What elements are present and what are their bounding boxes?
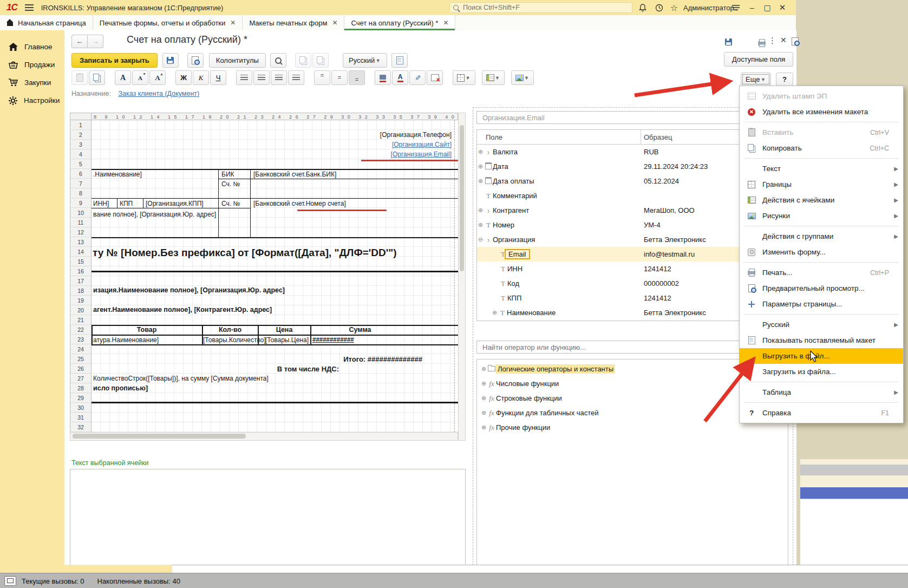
menu-item-russian[interactable]: Русский ▶ xyxy=(740,317,903,332)
sidebar-item-settings[interactable]: Настройки xyxy=(0,92,64,109)
menu-item-export-to-file[interactable]: Выгрузить в файл... xyxy=(740,348,903,364)
collapse-minus-icon[interactable]: ⊖ xyxy=(477,236,484,243)
row-header[interactable]: 11 xyxy=(70,218,91,227)
row-header[interactable]: 1 xyxy=(70,120,91,130)
row-header[interactable]: 3 xyxy=(70,140,91,149)
bold-button[interactable]: Ж xyxy=(175,70,192,85)
menu-item-paste[interactable]: Вставить Ctrl+V xyxy=(740,125,903,140)
sheet-body[interactable]: [Организация.Телефон] [Организация.Сайт]… xyxy=(92,120,458,432)
expand-plus-icon[interactable]: ⊕ xyxy=(491,309,498,316)
sheet-vertical-scrollbar[interactable] xyxy=(458,113,466,441)
sidebar-item-sales[interactable]: Продажи xyxy=(0,56,64,74)
save-and-close-button[interactable]: Записать и закрыть xyxy=(71,53,158,68)
align-left-button[interactable] xyxy=(236,70,252,85)
cell-col-price[interactable]: Цена xyxy=(259,326,310,334)
available-fields-button[interactable]: Доступные поля xyxy=(724,52,793,67)
row-header[interactable]: 16 xyxy=(70,266,91,276)
cell-bik-value[interactable]: [Банковский счет.Банк.БИК] xyxy=(253,171,336,178)
row-header[interactable]: 26 xyxy=(70,364,91,374)
expand-plus-icon[interactable]: ⊕ xyxy=(477,163,484,170)
more-button[interactable]: Еще▼ xyxy=(741,73,771,86)
row-header[interactable]: 28 xyxy=(70,383,91,393)
tab-home[interactable]: Начальная страница xyxy=(0,15,93,30)
menu-item-copy[interactable]: Копировать Ctrl+C xyxy=(740,140,903,156)
fill-color-button[interactable] xyxy=(375,70,391,85)
align-right-button[interactable] xyxy=(271,70,287,85)
cell-kpp-label[interactable]: КПП xyxy=(120,200,133,207)
scrollbar-thumb[interactable] xyxy=(460,125,464,271)
expand-plus-icon[interactable]: ⊕ xyxy=(477,148,484,155)
scrollbar-thumb[interactable] xyxy=(73,434,246,439)
menu-item-page-setup[interactable]: Параметры страницы... xyxy=(740,296,903,312)
save-button[interactable] xyxy=(162,53,179,68)
font-color-button[interactable]: A xyxy=(392,70,408,85)
cell-words-line[interactable]: исло прописью] xyxy=(93,384,148,392)
cell-item-sum[interactable]: ############ xyxy=(312,336,354,343)
expand-plus-icon[interactable]: ⊕ xyxy=(480,380,487,387)
service-menu-icon[interactable] xyxy=(730,2,742,14)
menu-item-delete-all-changes[interactable]: ✕ Удалить все изменения макета xyxy=(740,104,903,120)
row-header[interactable]: 17 xyxy=(70,276,91,286)
menu-item-change-form[interactable]: Изменить форму... xyxy=(740,244,903,260)
row-headers[interactable]: 1234567891011121314151617181920212223242… xyxy=(70,120,92,432)
row-header[interactable]: 2 xyxy=(70,130,91,140)
cell-phone[interactable]: [Организация.Телефон] xyxy=(380,131,452,139)
print-preview-icon[interactable] xyxy=(787,35,802,48)
main-menu-icon[interactable] xyxy=(25,7,34,8)
current-user[interactable]: Администратор xyxy=(683,4,734,12)
menu-item-show-supplied-layout[interactable]: Показывать поставляемый макет xyxy=(740,332,903,348)
expand-plus-icon[interactable]: ⊕ xyxy=(480,424,487,431)
notifications-bell-icon[interactable] xyxy=(637,2,649,14)
row-header[interactable]: 15 xyxy=(70,257,91,266)
expand-plus-icon[interactable]: ⊕ xyxy=(480,409,487,416)
menu-item-print[interactable]: Печать... Ctrl+P xyxy=(740,265,903,280)
row-header[interactable]: 32 xyxy=(70,422,91,432)
sheet-corner[interactable] xyxy=(70,113,92,120)
preview-button[interactable] xyxy=(187,53,204,68)
menu-item-group-actions[interactable]: Действия с группами ▶ xyxy=(740,228,903,244)
font-bigger-button[interactable]: A▲ xyxy=(149,70,166,85)
row-header[interactable]: 31 xyxy=(70,413,91,422)
close-window-button[interactable]: ✕ xyxy=(776,2,788,14)
spreadsheet-editor[interactable]: 8 9 10 12 14 15 17 18 20 21 23 24 26 27 … xyxy=(70,113,466,450)
row-header[interactable]: 21 xyxy=(70,315,91,325)
menu-item-text[interactable]: Текст ▶ xyxy=(740,161,903,177)
back-button[interactable]: ← xyxy=(71,35,88,48)
row-header[interactable]: 18 xyxy=(70,286,91,296)
cell-partner-line[interactable]: агент.Наименование полное], [Контрагент.… xyxy=(93,306,272,313)
cell-col-qty[interactable]: Кол-во xyxy=(203,326,257,334)
menu-item-help[interactable]: ? Справка F1 xyxy=(740,405,903,421)
find-button[interactable] xyxy=(270,53,286,68)
row-header[interactable]: 4 xyxy=(70,149,91,159)
sheet-horizontal-scrollbar[interactable] xyxy=(70,432,458,441)
row-header[interactable]: 6 xyxy=(70,169,91,179)
row-header[interactable]: 8 xyxy=(70,188,91,198)
cell-inn[interactable]: ИНН] xyxy=(93,200,109,207)
help-button[interactable]: ? xyxy=(776,73,793,86)
row-header[interactable]: 10 xyxy=(70,208,91,218)
tab-layouts[interactable]: Макеты печатных форм ✕ xyxy=(243,15,344,30)
underline-button[interactable]: Ч xyxy=(210,70,226,85)
row-header[interactable]: 13 xyxy=(70,237,91,247)
italic-button[interactable]: К xyxy=(193,70,209,85)
menu-item-load-from-file[interactable]: Загрузить из файла... xyxy=(740,364,903,380)
cell-org-line[interactable]: изация.Наименование полное], [Организаци… xyxy=(93,286,285,294)
language-dropdown[interactable]: Русский▼ xyxy=(343,53,387,68)
row-header[interactable]: 12 xyxy=(70,227,91,237)
cell-site[interactable]: [Организация.Сайт] xyxy=(392,141,452,148)
row-header[interactable]: 9 xyxy=(70,198,91,208)
row-header[interactable]: 7 xyxy=(70,179,91,188)
paste-button[interactable] xyxy=(71,70,88,85)
cell-text-box[interactable] xyxy=(70,469,466,576)
menu-item-borders[interactable]: Границы ▶ xyxy=(740,177,903,192)
menu-item-pictures[interactable]: Рисунки ▶ xyxy=(740,208,903,224)
layout-view-button[interactable] xyxy=(391,53,408,68)
menu-item-preview[interactable]: Предварительный просмотр... xyxy=(740,280,903,296)
cell-bank-name[interactable]: .Наименование] xyxy=(93,171,142,178)
close-tab-icon[interactable]: ✕ xyxy=(230,19,236,27)
purpose-link[interactable]: Заказ клиента (Документ) xyxy=(118,90,199,97)
history-clock-icon[interactable] xyxy=(653,2,665,14)
menu-item-table[interactable]: Таблица ▶ xyxy=(740,384,903,400)
cell-account-label[interactable]: Сч. № xyxy=(221,180,240,188)
row-header[interactable]: 20 xyxy=(70,305,91,315)
